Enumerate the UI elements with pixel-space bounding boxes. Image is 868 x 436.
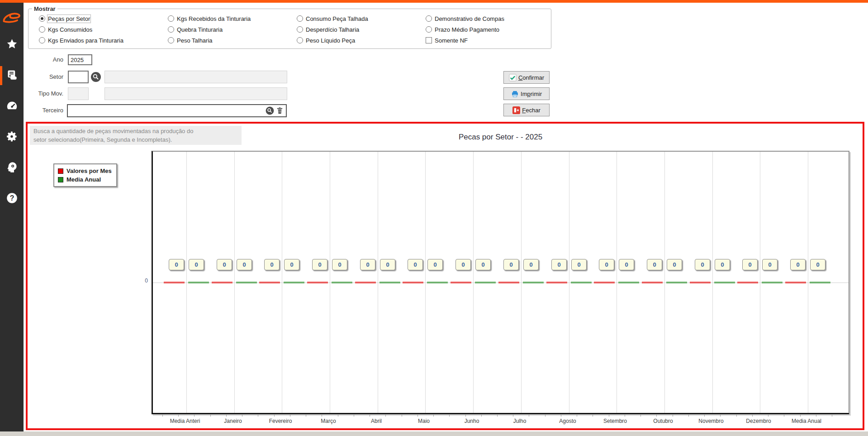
tipo-mov-code-field — [68, 87, 89, 100]
x-axis-tick — [497, 415, 498, 417]
fechar-button[interactable]: Fechar — [503, 104, 550, 116]
option-label: Consumo Peça Talhada — [306, 15, 368, 22]
chart-panel: Busca a quantidade de peças movimentadas… — [26, 122, 864, 430]
setor-search-button[interactable] — [91, 72, 101, 82]
bar-media-anual — [666, 282, 687, 283]
x-axis-tick — [194, 415, 194, 417]
printer-icon — [511, 90, 519, 98]
confirmar-button[interactable]: Confirmar — [503, 71, 550, 84]
setor-label: Setor — [18, 73, 63, 80]
imprimir-button[interactable]: Imprimir — [503, 87, 550, 100]
value-label-media-anual: 0 — [667, 259, 682, 270]
option-desperdicio-talharia[interactable]: Desperdício Talharia — [297, 24, 415, 35]
option-kgs-enviados-para-tinturaria[interactable]: Kgs Enviados para Tinturaria — [39, 35, 157, 46]
radio-icon — [39, 37, 45, 43]
x-axis-tick — [832, 415, 832, 417]
radio-icon — [426, 26, 432, 33]
value-label-valores-por-mes: 0 — [455, 259, 471, 270]
option-demonstrativo-de-compas[interactable]: Demonstrativo de Compas — [426, 13, 544, 24]
v-gridline — [569, 152, 569, 413]
x-axis-tick — [178, 415, 179, 417]
option-kgs-consumidos[interactable]: Kgs Consumidos — [39, 24, 157, 35]
x-axis-tick — [433, 415, 434, 417]
report-icon — [6, 69, 18, 82]
value-label-valores-por-mes: 0 — [551, 259, 567, 270]
bar-valores-por-mes — [403, 282, 423, 283]
sidebar-item-favorites[interactable] — [0, 34, 24, 55]
x-axis-label-janeiro: Janeiro — [206, 418, 260, 424]
v-gridline — [664, 152, 665, 413]
terceiro-label: Terceiro — [18, 107, 63, 114]
option-kgs-recebidos-da-tinturaria[interactable]: Kgs Recebidos da Tinturaria — [168, 13, 286, 24]
option-peso-liquido-peca[interactable]: Peso Líquido Peça — [297, 35, 415, 46]
check-icon — [509, 74, 517, 81]
radio-icon — [297, 15, 303, 22]
setor-code-input[interactable] — [68, 71, 89, 83]
option-label: Demonstrativo de Compas — [435, 15, 504, 22]
v-gridline — [282, 152, 282, 413]
option-peso-talharia[interactable]: Peso Talharia — [168, 35, 286, 46]
option-prazo-medio-pagamento[interactable]: Prazo Médio Pagamento — [426, 24, 544, 35]
option-somente-nf[interactable]: Somente NF — [426, 35, 544, 46]
option-consumo-peca-talhada[interactable]: Consumo Peça Talhada — [297, 13, 415, 24]
bar-valores-por-mes — [690, 282, 711, 283]
sidebar-item-reports[interactable] — [0, 65, 24, 86]
v-gridline — [617, 152, 617, 413]
bar-valores-por-mes — [737, 282, 758, 283]
x-axis-tick — [577, 415, 577, 417]
x-axis-tick — [545, 415, 545, 417]
terceiro-search-button[interactable] — [266, 106, 274, 115]
value-label-valores-por-mes: 0 — [503, 259, 519, 270]
x-axis-tick — [290, 415, 290, 417]
value-label-media-anual: 0 — [284, 259, 299, 270]
value-label-valores-por-mes: 0 — [790, 259, 806, 270]
x-axis-label-novembro: Novembro — [684, 418, 738, 424]
x-axis-tick — [322, 415, 322, 417]
bar-valores-por-mes — [498, 282, 519, 283]
value-label-media-anual: 0 — [571, 259, 587, 270]
x-axis-tick — [465, 415, 466, 417]
legend-label: Valores por Mes — [66, 168, 112, 174]
terceiro-clear-button[interactable] — [275, 106, 284, 115]
option-label: Desperdício Talharia — [306, 26, 359, 33]
mostrar-legend: Mostrar — [32, 5, 57, 12]
bar-valores-por-mes — [164, 282, 185, 283]
sidebar-item-help[interactable]: ? — [0, 188, 24, 209]
tipo-mov-description-field — [104, 87, 287, 100]
bar-valores-por-mes — [451, 282, 471, 283]
head-gear-icon — [6, 161, 18, 175]
ano-input[interactable] — [68, 54, 92, 65]
option-pecas-por-setor[interactable]: Peças por Setor — [39, 13, 157, 24]
x-axis-label-agosto: Agosto — [541, 418, 595, 424]
value-label-valores-por-mes: 0 — [312, 259, 327, 270]
bar-valores-por-mes — [594, 282, 615, 283]
gauge-icon — [6, 100, 18, 113]
app-logo-icon[interactable] — [2, 10, 22, 24]
bar-media-anual — [236, 282, 257, 283]
sidebar-item-settings[interactable] — [0, 127, 24, 148]
terceiro-input[interactable] — [69, 106, 263, 115]
sidebar-item-dashboard[interactable] — [0, 96, 24, 117]
search-icon — [266, 106, 274, 115]
option-label: Somente NF — [435, 37, 468, 44]
v-gridline — [712, 152, 713, 413]
y-axis-zero-label: 0 — [130, 278, 148, 284]
option-quebra-tinturaria[interactable]: Quebra Tinturaria — [168, 24, 286, 35]
x-axis-tick — [370, 415, 370, 417]
bar-valores-por-mes — [212, 282, 232, 283]
x-axis-tick — [752, 415, 753, 417]
bar-media-anual — [427, 282, 448, 283]
x-axis-tick — [784, 415, 784, 417]
bar-media-anual — [332, 282, 352, 283]
value-label-valores-por-mes: 0 — [264, 259, 280, 270]
sidebar-item-assistant[interactable] — [0, 158, 24, 178]
option-label: Quebra Tinturaria — [177, 26, 223, 33]
x-axis-tick — [673, 415, 673, 417]
option-label: Kgs Enviados para Tinturaria — [48, 37, 123, 44]
x-axis-tick — [258, 415, 258, 417]
terceiro-field — [67, 104, 287, 117]
value-label-valores-por-mes: 0 — [695, 259, 710, 270]
bar-media-anual — [571, 282, 592, 283]
x-axis-label-fevereiro: Fevereiro — [253, 418, 308, 424]
bar-valores-por-mes — [546, 282, 567, 283]
